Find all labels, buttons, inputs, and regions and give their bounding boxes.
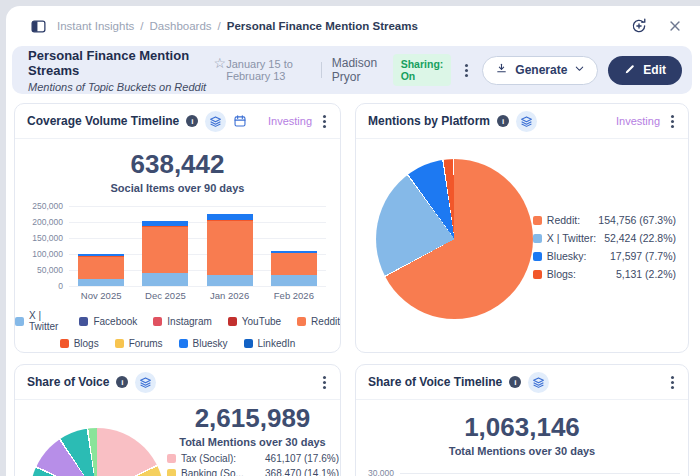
card-share-of-voice: Share of Voice 2,615,989 Total Mentions … bbox=[14, 364, 341, 476]
topic-tag[interactable]: Investing bbox=[268, 115, 312, 127]
app-window: Instant Insights / Dashboards / Personal… bbox=[6, 6, 700, 476]
card-kebab-menu[interactable] bbox=[667, 113, 678, 130]
bar-segment-reddit bbox=[271, 253, 317, 275]
bar-segment-reddit bbox=[78, 257, 124, 279]
chart-legend: X | TwitterFacebookInstagramYouTubeReddi… bbox=[15, 310, 340, 349]
pie-chart[interactable] bbox=[376, 159, 533, 319]
sharing-status-badge[interactable]: Sharing: On bbox=[393, 54, 452, 86]
legend-swatch bbox=[244, 339, 253, 348]
calendar-icon[interactable] bbox=[233, 114, 247, 128]
info-icon[interactable] bbox=[116, 376, 128, 388]
legend-value: 461,107 (17.6%) bbox=[265, 453, 339, 464]
panel-toggle-icon[interactable] bbox=[30, 18, 47, 35]
card-title: Coverage Volume Timeline bbox=[27, 114, 179, 128]
info-icon[interactable] bbox=[509, 376, 521, 388]
dashboard-header: Personal Finance Mention Streams Mention… bbox=[12, 46, 692, 94]
legend-item-blogs: Blogs:5,131 (2.2%) bbox=[533, 265, 676, 283]
y-axis-tick: 0 bbox=[25, 281, 63, 291]
favorite-star-icon[interactable] bbox=[214, 56, 227, 70]
metric-value: 1,063,146 bbox=[356, 412, 688, 443]
pie-chart[interactable] bbox=[30, 428, 164, 476]
info-icon[interactable] bbox=[497, 115, 509, 127]
legend-label: Bluesky: bbox=[547, 250, 587, 262]
card-kebab-menu[interactable] bbox=[667, 374, 678, 391]
header-kebab-menu[interactable] bbox=[461, 62, 472, 79]
layers-icon[interactable] bbox=[516, 111, 537, 132]
bar-cell bbox=[133, 221, 197, 286]
breadcrumb-separator: / bbox=[218, 20, 221, 32]
breadcrumb-current: Personal Finance Mention Streams bbox=[227, 20, 418, 32]
metric-label: Social Items over 90 days bbox=[15, 182, 340, 194]
y-axis-tick: 100,000 bbox=[25, 249, 63, 259]
legend-item-banking-so: Banking (So...368,470 (14.1%) bbox=[167, 466, 339, 476]
gridline bbox=[400, 473, 680, 474]
legend-value: 368,470 (14.1%) bbox=[265, 468, 339, 476]
legend-label: Tax (Social): bbox=[181, 453, 236, 464]
legend-item-reddit: Reddit bbox=[297, 310, 340, 332]
bar-dec-2025[interactable] bbox=[142, 221, 188, 286]
card-coverage-volume-timeline: Coverage Volume Timeline Investing 638,4… bbox=[14, 103, 341, 353]
legend-swatch bbox=[60, 339, 69, 348]
pie-legend: Tax (Social):461,107 (17.6%)Banking (So.… bbox=[167, 451, 339, 476]
legend-swatch bbox=[79, 317, 88, 326]
legend-label: Bluesky bbox=[193, 338, 228, 349]
breadcrumb: Instant Insights / Dashboards / Personal… bbox=[57, 20, 418, 32]
pencil-icon bbox=[624, 63, 636, 78]
x-axis-label: Jan 2026 bbox=[198, 290, 262, 301]
legend-label: X | Twitter: bbox=[547, 232, 596, 244]
date-range[interactable]: January 15 to February 13 bbox=[226, 58, 311, 82]
legend-label: Banking (So... bbox=[181, 468, 244, 476]
bar-nov-2025[interactable] bbox=[78, 254, 124, 286]
topic-tag[interactable]: Investing bbox=[616, 115, 660, 127]
breadcrumb-separator: / bbox=[140, 20, 143, 32]
legend-swatch bbox=[228, 317, 237, 326]
legend-value: 5,131 (2.2%) bbox=[616, 268, 676, 280]
timeline-axis: 30,000 bbox=[368, 468, 680, 476]
bar-feb-2026[interactable] bbox=[271, 251, 317, 286]
legend-item-blogs: Blogs bbox=[60, 338, 99, 349]
bar-cell bbox=[198, 214, 262, 286]
card-title: Mentions by Platform bbox=[368, 114, 490, 128]
legend-value: 154,756 (67.3%) bbox=[598, 214, 676, 226]
breadcrumb-dashboards[interactable]: Dashboards bbox=[150, 20, 212, 32]
legend-row: BlogsForumsBlueskyLinkedIn bbox=[15, 338, 340, 349]
close-icon[interactable] bbox=[668, 19, 682, 33]
layers-icon[interactable] bbox=[528, 372, 549, 393]
legend-swatch bbox=[115, 339, 124, 348]
legend-item-linkedin: LinkedIn bbox=[244, 338, 296, 349]
edit-button[interactable]: Edit bbox=[608, 56, 682, 85]
legend-label: Facebook bbox=[93, 316, 137, 327]
regenerate-icon[interactable] bbox=[630, 17, 648, 35]
pie-legend: Reddit:154,756 (67.3%)X | Twitter:52,424… bbox=[533, 211, 676, 319]
x-axis-label: Dec 2025 bbox=[133, 290, 197, 301]
y-axis-tick: 30,000 bbox=[368, 468, 394, 476]
page-title: Personal Finance Mention Streams bbox=[28, 48, 206, 78]
card-kebab-menu[interactable] bbox=[319, 374, 330, 391]
bar-jan-2026[interactable] bbox=[207, 214, 253, 286]
topbar-actions bbox=[630, 17, 682, 35]
legend-swatch bbox=[533, 216, 542, 225]
bar-segment-x-twitter bbox=[271, 275, 317, 286]
legend-item-youtube: YouTube bbox=[228, 310, 281, 332]
legend-label: Instagram bbox=[167, 316, 211, 327]
chevron-down-icon bbox=[574, 63, 585, 77]
layers-icon[interactable] bbox=[205, 111, 226, 132]
x-axis-label: Feb 2026 bbox=[262, 290, 326, 301]
metric-value: 638,442 bbox=[15, 149, 340, 180]
legend-swatch bbox=[533, 234, 542, 243]
legend-item-facebook: Facebook bbox=[79, 310, 137, 332]
breadcrumb-instant-insights[interactable]: Instant Insights bbox=[57, 20, 134, 32]
legend-swatch bbox=[167, 454, 176, 463]
generate-button[interactable]: Generate bbox=[482, 56, 598, 85]
layers-icon[interactable] bbox=[135, 372, 156, 393]
bar-cell bbox=[262, 251, 326, 286]
edit-label: Edit bbox=[643, 63, 666, 77]
legend-label: Reddit bbox=[311, 316, 340, 327]
download-icon bbox=[495, 62, 508, 78]
legend-swatch bbox=[153, 317, 162, 326]
info-icon[interactable] bbox=[186, 115, 198, 127]
legend-swatch bbox=[179, 339, 188, 348]
legend-label: X | Twitter bbox=[29, 310, 63, 332]
card-kebab-menu[interactable] bbox=[319, 113, 330, 130]
bar-cell bbox=[69, 254, 133, 286]
